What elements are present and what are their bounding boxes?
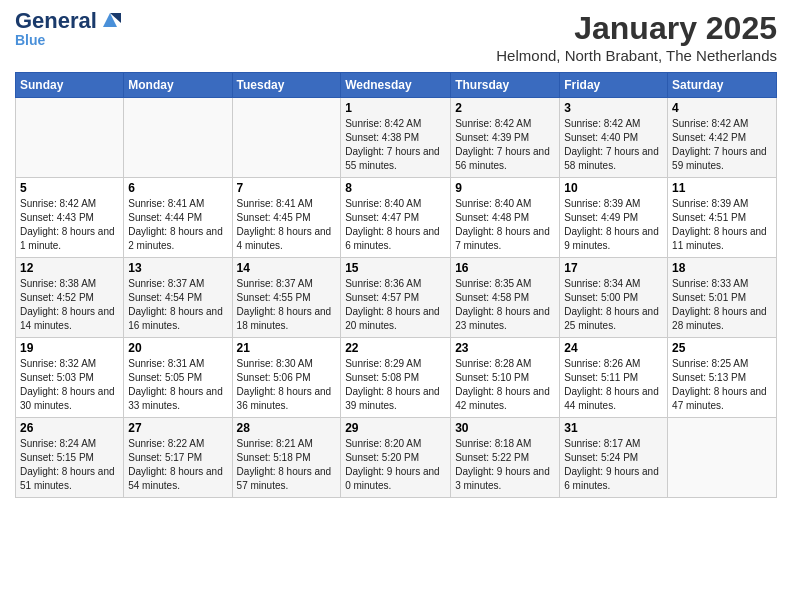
calendar-cell-2-7: 11Sunrise: 8:39 AMSunset: 4:51 PMDayligh…	[668, 178, 777, 258]
day-number: 2	[455, 101, 555, 115]
day-info: Sunrise: 8:24 AMSunset: 5:15 PMDaylight:…	[20, 437, 119, 493]
day-number: 13	[128, 261, 227, 275]
day-info: Sunrise: 8:20 AMSunset: 5:20 PMDaylight:…	[345, 437, 446, 493]
calendar-cell-3-6: 17Sunrise: 8:34 AMSunset: 5:00 PMDayligh…	[560, 258, 668, 338]
logo-blue: Blue	[15, 32, 45, 48]
day-number: 22	[345, 341, 446, 355]
day-number: 4	[672, 101, 772, 115]
day-info: Sunrise: 8:39 AMSunset: 4:51 PMDaylight:…	[672, 197, 772, 253]
calendar-cell-5-4: 29Sunrise: 8:20 AMSunset: 5:20 PMDayligh…	[341, 418, 451, 498]
calendar-cell-5-6: 31Sunrise: 8:17 AMSunset: 5:24 PMDayligh…	[560, 418, 668, 498]
day-info: Sunrise: 8:28 AMSunset: 5:10 PMDaylight:…	[455, 357, 555, 413]
calendar-header-row: Sunday Monday Tuesday Wednesday Thursday…	[16, 73, 777, 98]
day-info: Sunrise: 8:40 AMSunset: 4:48 PMDaylight:…	[455, 197, 555, 253]
calendar-cell-2-1: 5Sunrise: 8:42 AMSunset: 4:43 PMDaylight…	[16, 178, 124, 258]
header-friday: Friday	[560, 73, 668, 98]
day-info: Sunrise: 8:29 AMSunset: 5:08 PMDaylight:…	[345, 357, 446, 413]
header: General Blue January 2025 Helmond, North…	[15, 10, 777, 64]
day-info: Sunrise: 8:41 AMSunset: 4:45 PMDaylight:…	[237, 197, 337, 253]
day-info: Sunrise: 8:42 AMSunset: 4:43 PMDaylight:…	[20, 197, 119, 253]
calendar-cell-2-6: 10Sunrise: 8:39 AMSunset: 4:49 PMDayligh…	[560, 178, 668, 258]
day-number: 9	[455, 181, 555, 195]
day-number: 3	[564, 101, 663, 115]
day-number: 12	[20, 261, 119, 275]
day-info: Sunrise: 8:41 AMSunset: 4:44 PMDaylight:…	[128, 197, 227, 253]
calendar-cell-4-5: 23Sunrise: 8:28 AMSunset: 5:10 PMDayligh…	[451, 338, 560, 418]
day-info: Sunrise: 8:42 AMSunset: 4:42 PMDaylight:…	[672, 117, 772, 173]
day-number: 27	[128, 421, 227, 435]
day-number: 11	[672, 181, 772, 195]
calendar-cell-2-2: 6Sunrise: 8:41 AMSunset: 4:44 PMDaylight…	[124, 178, 232, 258]
day-info: Sunrise: 8:39 AMSunset: 4:49 PMDaylight:…	[564, 197, 663, 253]
header-monday: Monday	[124, 73, 232, 98]
calendar-cell-2-3: 7Sunrise: 8:41 AMSunset: 4:45 PMDaylight…	[232, 178, 341, 258]
calendar-week-5: 26Sunrise: 8:24 AMSunset: 5:15 PMDayligh…	[16, 418, 777, 498]
calendar-cell-3-1: 12Sunrise: 8:38 AMSunset: 4:52 PMDayligh…	[16, 258, 124, 338]
day-info: Sunrise: 8:34 AMSunset: 5:00 PMDaylight:…	[564, 277, 663, 333]
day-info: Sunrise: 8:26 AMSunset: 5:11 PMDaylight:…	[564, 357, 663, 413]
day-number: 17	[564, 261, 663, 275]
calendar-cell-1-5: 2Sunrise: 8:42 AMSunset: 4:39 PMDaylight…	[451, 98, 560, 178]
header-sunday: Sunday	[16, 73, 124, 98]
day-number: 18	[672, 261, 772, 275]
calendar-table: Sunday Monday Tuesday Wednesday Thursday…	[15, 72, 777, 498]
day-number: 31	[564, 421, 663, 435]
header-wednesday: Wednesday	[341, 73, 451, 98]
calendar-cell-2-4: 8Sunrise: 8:40 AMSunset: 4:47 PMDaylight…	[341, 178, 451, 258]
calendar-cell-5-2: 27Sunrise: 8:22 AMSunset: 5:17 PMDayligh…	[124, 418, 232, 498]
day-info: Sunrise: 8:18 AMSunset: 5:22 PMDaylight:…	[455, 437, 555, 493]
location: Helmond, North Brabant, The Netherlands	[496, 47, 777, 64]
day-number: 21	[237, 341, 337, 355]
day-number: 29	[345, 421, 446, 435]
calendar-cell-2-5: 9Sunrise: 8:40 AMSunset: 4:48 PMDaylight…	[451, 178, 560, 258]
calendar-cell-5-3: 28Sunrise: 8:21 AMSunset: 5:18 PMDayligh…	[232, 418, 341, 498]
day-info: Sunrise: 8:22 AMSunset: 5:17 PMDaylight:…	[128, 437, 227, 493]
calendar-cell-5-1: 26Sunrise: 8:24 AMSunset: 5:15 PMDayligh…	[16, 418, 124, 498]
day-number: 25	[672, 341, 772, 355]
calendar-cell-4-7: 25Sunrise: 8:25 AMSunset: 5:13 PMDayligh…	[668, 338, 777, 418]
day-number: 1	[345, 101, 446, 115]
day-info: Sunrise: 8:35 AMSunset: 4:58 PMDaylight:…	[455, 277, 555, 333]
day-number: 26	[20, 421, 119, 435]
day-info: Sunrise: 8:42 AMSunset: 4:38 PMDaylight:…	[345, 117, 446, 173]
day-number: 19	[20, 341, 119, 355]
day-number: 24	[564, 341, 663, 355]
calendar-cell-4-4: 22Sunrise: 8:29 AMSunset: 5:08 PMDayligh…	[341, 338, 451, 418]
header-tuesday: Tuesday	[232, 73, 341, 98]
day-info: Sunrise: 8:31 AMSunset: 5:05 PMDaylight:…	[128, 357, 227, 413]
day-number: 14	[237, 261, 337, 275]
calendar-week-3: 12Sunrise: 8:38 AMSunset: 4:52 PMDayligh…	[16, 258, 777, 338]
calendar-cell-3-7: 18Sunrise: 8:33 AMSunset: 5:01 PMDayligh…	[668, 258, 777, 338]
calendar-cell-1-7: 4Sunrise: 8:42 AMSunset: 4:42 PMDaylight…	[668, 98, 777, 178]
logo: General Blue	[15, 10, 121, 48]
day-number: 20	[128, 341, 227, 355]
calendar-cell-4-6: 24Sunrise: 8:26 AMSunset: 5:11 PMDayligh…	[560, 338, 668, 418]
calendar-cell-4-3: 21Sunrise: 8:30 AMSunset: 5:06 PMDayligh…	[232, 338, 341, 418]
logo-icon	[99, 9, 121, 31]
calendar-cell-1-6: 3Sunrise: 8:42 AMSunset: 4:40 PMDaylight…	[560, 98, 668, 178]
calendar-cell-3-5: 16Sunrise: 8:35 AMSunset: 4:58 PMDayligh…	[451, 258, 560, 338]
calendar-cell-1-1	[16, 98, 124, 178]
day-info: Sunrise: 8:42 AMSunset: 4:39 PMDaylight:…	[455, 117, 555, 173]
day-number: 10	[564, 181, 663, 195]
day-info: Sunrise: 8:17 AMSunset: 5:24 PMDaylight:…	[564, 437, 663, 493]
day-info: Sunrise: 8:33 AMSunset: 5:01 PMDaylight:…	[672, 277, 772, 333]
day-info: Sunrise: 8:25 AMSunset: 5:13 PMDaylight:…	[672, 357, 772, 413]
main-container: General Blue January 2025 Helmond, North…	[0, 0, 792, 503]
day-info: Sunrise: 8:30 AMSunset: 5:06 PMDaylight:…	[237, 357, 337, 413]
day-info: Sunrise: 8:38 AMSunset: 4:52 PMDaylight:…	[20, 277, 119, 333]
day-info: Sunrise: 8:21 AMSunset: 5:18 PMDaylight:…	[237, 437, 337, 493]
calendar-cell-5-7	[668, 418, 777, 498]
header-saturday: Saturday	[668, 73, 777, 98]
calendar-cell-3-2: 13Sunrise: 8:37 AMSunset: 4:54 PMDayligh…	[124, 258, 232, 338]
day-info: Sunrise: 8:42 AMSunset: 4:40 PMDaylight:…	[564, 117, 663, 173]
calendar-cell-4-1: 19Sunrise: 8:32 AMSunset: 5:03 PMDayligh…	[16, 338, 124, 418]
month-title: January 2025	[496, 10, 777, 47]
day-number: 6	[128, 181, 227, 195]
calendar-week-2: 5Sunrise: 8:42 AMSunset: 4:43 PMDaylight…	[16, 178, 777, 258]
title-section: January 2025 Helmond, North Brabant, The…	[496, 10, 777, 64]
day-info: Sunrise: 8:32 AMSunset: 5:03 PMDaylight:…	[20, 357, 119, 413]
calendar-week-4: 19Sunrise: 8:32 AMSunset: 5:03 PMDayligh…	[16, 338, 777, 418]
day-number: 7	[237, 181, 337, 195]
calendar-cell-4-2: 20Sunrise: 8:31 AMSunset: 5:05 PMDayligh…	[124, 338, 232, 418]
